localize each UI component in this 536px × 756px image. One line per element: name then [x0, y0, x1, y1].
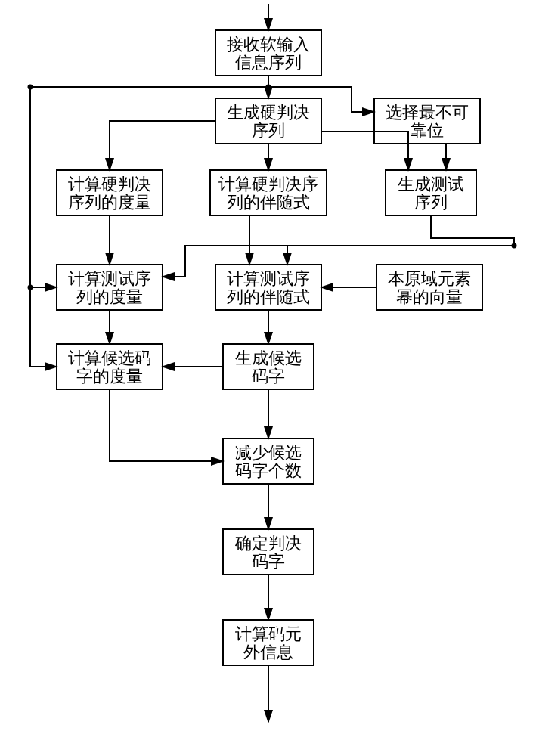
- n3-l2: 靠位: [411, 121, 444, 140]
- n2-l2: 序列: [252, 121, 285, 140]
- edge-n6-rail: [431, 215, 514, 246]
- n9-l2: 幂的向量: [396, 287, 463, 306]
- n13-l2: 码字: [252, 552, 285, 571]
- n7-l1: 计算测试序: [68, 269, 151, 288]
- n6-l1: 生成测试: [398, 175, 464, 194]
- n7-l2: 列的度量: [76, 287, 143, 306]
- n11-l2: 码字: [252, 367, 285, 386]
- n11-l1: 生成候选: [235, 349, 302, 367]
- n3-l1: 选择最不可: [386, 103, 469, 122]
- n1-l2: 信息序列: [235, 53, 302, 72]
- edge-n2-n4: [110, 121, 215, 170]
- junction-left-top: [28, 85, 33, 90]
- n10-l1: 计算候选码: [68, 349, 151, 367]
- n1-l1: 接收软输入: [227, 35, 310, 54]
- n8-l1: 计算测试序: [227, 269, 310, 288]
- n5-l2: 列的伴随式: [227, 193, 310, 212]
- n4-l2: 序列的度量: [68, 193, 151, 212]
- n13-l1: 确定判决: [234, 534, 302, 553]
- n12-l2: 码字个数: [235, 461, 302, 480]
- n14-l1: 计算码元: [235, 624, 302, 643]
- n2-l1: 生成硬判决: [227, 103, 310, 122]
- n14-l2: 外信息: [243, 643, 293, 662]
- n6-l2: 序列: [414, 193, 448, 212]
- n9-l1: 本原域元素: [388, 269, 471, 288]
- n5-l1: 计算硬判决序: [218, 175, 318, 194]
- edge-n10-n12: [110, 389, 223, 461]
- n4-l1: 计算硬判决: [68, 175, 151, 194]
- edge-n6-n8: [287, 246, 514, 265]
- n8-l2: 列的伴随式: [227, 287, 310, 306]
- n12-l1: 减少候选: [235, 443, 302, 462]
- n10-l2: 字的度量: [76, 367, 143, 386]
